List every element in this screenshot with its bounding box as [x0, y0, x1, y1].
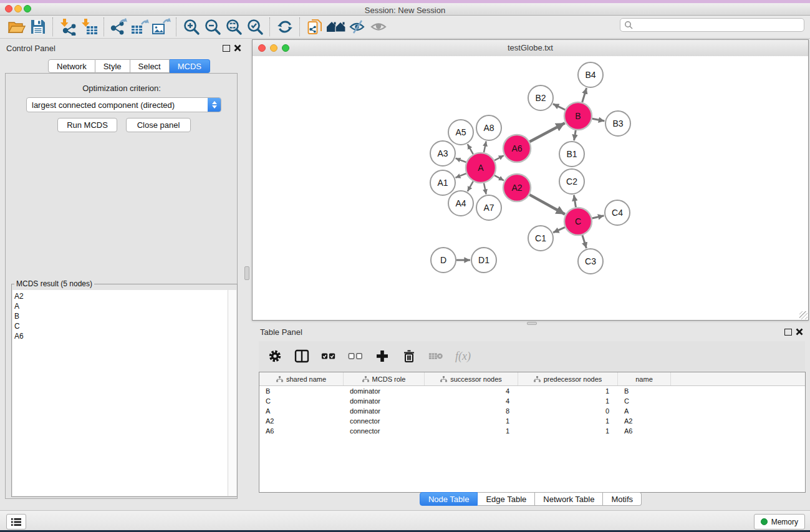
tab-mcds[interactable]: MCDS [170, 59, 210, 73]
network-node-A3[interactable]: A3 [430, 141, 455, 166]
network-node-B1[interactable]: B1 [559, 142, 584, 167]
network-node-C2[interactable]: C2 [559, 169, 584, 194]
table-cell[interactable]: dominator [344, 397, 425, 405]
network-node-A1[interactable]: A1 [430, 170, 455, 195]
table-row[interactable]: Cdominator41C [259, 396, 805, 406]
delete-table-button[interactable] [428, 349, 443, 364]
network-node-A7[interactable]: A7 [476, 195, 501, 220]
toggle-graphics-details-button[interactable] [347, 17, 368, 37]
create-column-button[interactable] [375, 349, 390, 364]
network-node-A5[interactable]: A5 [448, 120, 473, 145]
mcds-result-item[interactable]: A2 [14, 291, 228, 301]
table-row[interactable]: A6connector11A6 [259, 426, 805, 436]
table-panel-float-button[interactable] [784, 329, 792, 336]
network-node-C3[interactable]: C3 [578, 249, 603, 274]
column-header-name[interactable]: name [618, 372, 671, 385]
network-node-C[interactable]: C [564, 208, 592, 235]
network-node-A[interactable]: A [466, 153, 496, 183]
run-mcds-button[interactable]: Run MCDS [57, 118, 117, 132]
function-builder-button[interactable]: f(x) [455, 350, 471, 363]
network-edge-A6-B[interactable] [529, 123, 564, 142]
table-cell[interactable]: 8 [425, 407, 518, 415]
network-node-D1[interactable]: D1 [471, 248, 496, 273]
network-edge-A2-C[interactable] [529, 195, 565, 214]
table-cell[interactable]: dominator [344, 387, 425, 395]
table-cell[interactable]: 1 [518, 387, 618, 395]
control-panel-float-button[interactable] [223, 45, 230, 52]
tab-style[interactable]: Style [95, 59, 130, 73]
network-edge-B-B1[interactable] [574, 130, 576, 141]
network-edge-A-A7[interactable] [484, 183, 486, 194]
network-node-A6[interactable]: A6 [503, 135, 531, 162]
search-field[interactable] [620, 18, 804, 32]
tab-network[interactable]: Network [48, 59, 95, 73]
network-edge-C-C3[interactable] [582, 235, 587, 248]
export-image-button[interactable] [151, 17, 172, 37]
table-cell[interactable]: 1 [518, 397, 618, 405]
network-edge-A-A5[interactable] [468, 144, 473, 154]
export-table-button[interactable] [130, 17, 151, 37]
table-panel-close-button[interactable] [796, 328, 803, 336]
show-column-button[interactable] [294, 349, 309, 364]
tab-network-table[interactable]: Network Table [535, 492, 603, 506]
refresh-layout-button[interactable] [274, 17, 296, 37]
tab-motifs[interactable]: Motifs [603, 492, 642, 506]
zoom-in-button[interactable] [181, 17, 202, 37]
network-edge-B-B3[interactable] [592, 118, 605, 121]
network-edge-A-A4[interactable] [468, 181, 473, 191]
home-button[interactable] [325, 17, 347, 37]
table-cell[interactable]: 1 [518, 417, 618, 425]
table-cell[interactable]: B [618, 387, 671, 395]
table-cell[interactable]: dominator [344, 407, 425, 415]
table-cell[interactable]: A6 [618, 427, 671, 435]
network-edge-A-A3[interactable] [456, 158, 466, 162]
column-header-predecessor-nodes[interactable]: predecessor nodes [518, 372, 618, 385]
search-input[interactable] [633, 20, 804, 30]
delete-column-button[interactable] [402, 349, 417, 364]
mcds-result-item[interactable]: A6 [14, 331, 228, 341]
table-cell[interactable]: C [618, 397, 671, 405]
control-panel-close-button[interactable] [234, 44, 241, 52]
table-cell[interactable]: A [259, 407, 344, 415]
network-node-A4[interactable]: A4 [448, 191, 473, 216]
open-session-button[interactable] [6, 17, 27, 37]
network-node-D[interactable]: D [431, 248, 456, 273]
column-header-shared-name[interactable]: shared name [259, 372, 344, 385]
network-node-C1[interactable]: C1 [528, 226, 553, 251]
import-network-button[interactable] [57, 17, 79, 37]
network-node-B2[interactable]: B2 [528, 85, 553, 110]
duplicate-network-button[interactable] [304, 17, 325, 37]
network-edge-B-B4[interactable] [582, 88, 587, 102]
column-header-mcds-role[interactable]: MCDS role [344, 372, 425, 385]
mcds-result-item[interactable]: A [14, 301, 228, 311]
network-node-A8[interactable]: A8 [476, 115, 501, 140]
network-canvas[interactable]: B4B2BB3A5A8A6A3B1AA1C2A2A4A7C4CC1C3DD1 [253, 56, 808, 320]
table-cell[interactable]: 0 [518, 407, 618, 415]
network-node-B3[interactable]: B3 [605, 111, 630, 136]
export-network-button[interactable] [108, 17, 130, 37]
network-node-C4[interactable]: C4 [605, 200, 630, 225]
horizontal-splitter-handle[interactable] [527, 322, 537, 325]
network-edge-C-C4[interactable] [592, 216, 604, 218]
select-all-columns-button[interactable] [321, 349, 336, 364]
mcds-result-list[interactable]: A2ABCA6 [12, 290, 228, 496]
table-cell[interactable]: 1 [425, 427, 518, 435]
show-networks-list-button[interactable] [6, 514, 26, 530]
table-row[interactable]: Bdominator41B [259, 386, 805, 396]
network-node-B[interactable]: B [564, 102, 592, 130]
table-cell[interactable]: connector [344, 417, 425, 425]
node-table[interactable]: shared nameMCDS rolesuccessor nodesprede… [259, 372, 806, 493]
table-row[interactable]: A2connector11A2 [259, 416, 805, 426]
column-header-successor-nodes[interactable]: successor nodes [425, 372, 518, 385]
network-node-B4[interactable]: B4 [578, 62, 603, 87]
tab-node-table[interactable]: Node Table [420, 492, 478, 506]
import-table-button[interactable] [79, 17, 100, 37]
save-session-button[interactable] [27, 17, 49, 37]
table-settings-button[interactable] [268, 349, 282, 364]
table-cell[interactable]: C [259, 397, 344, 405]
tab-edge-table[interactable]: Edge Table [478, 492, 535, 506]
mcds-result-scrollbar[interactable] [228, 290, 236, 496]
zoom-selected-button[interactable] [244, 17, 266, 37]
network-edge-A-A1[interactable] [455, 173, 466, 178]
main-titlebar[interactable]: Session: New Session [0, 3, 810, 16]
